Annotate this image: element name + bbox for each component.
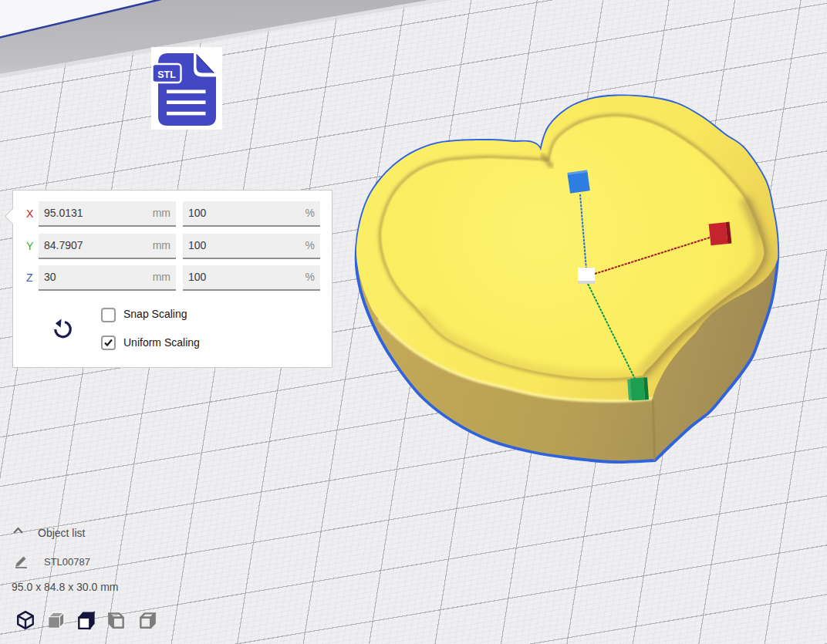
svg-text:STL: STL xyxy=(157,69,176,80)
